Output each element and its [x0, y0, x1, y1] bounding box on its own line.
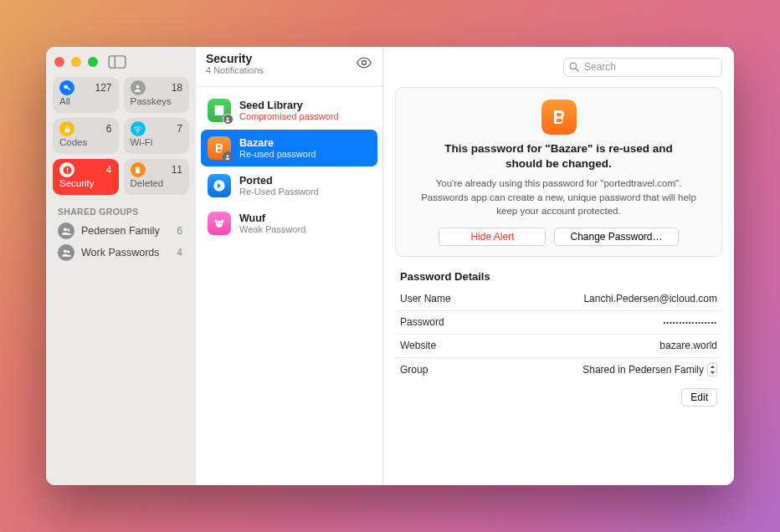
group-stepper[interactable] — [707, 363, 717, 376]
shared-groups-header: SHARED GROUPS — [46, 195, 196, 220]
detail-toolbar — [383, 47, 734, 87]
shared-group-pedersen[interactable]: Pedersen Family 6 — [46, 220, 196, 242]
search-field[interactable] — [563, 58, 722, 77]
row-password[interactable]: Password ••••••••••••••••• — [395, 311, 722, 335]
titlebar — [46, 47, 196, 77]
list-subtitle: 4 Notifications — [206, 65, 264, 75]
category-count: 4 — [106, 164, 112, 176]
value: Shared in Pedersen Family — [582, 364, 704, 376]
value: ••••••••••••••••• — [663, 319, 717, 326]
search-input[interactable] — [563, 58, 722, 77]
app-icon — [208, 212, 231, 235]
item-title: Wuuf — [239, 212, 305, 224]
group-label: Work Passwords — [81, 247, 160, 258]
category-count: 7 — [177, 123, 182, 135]
label: Password — [400, 316, 444, 328]
svg-point-25 — [222, 219, 224, 223]
svg-rect-0 — [109, 56, 126, 68]
svg-point-4 — [136, 84, 140, 88]
svg-point-9 — [66, 171, 68, 173]
category-count: 11 — [172, 164, 182, 176]
svg-point-22 — [218, 223, 219, 224]
change-password-button[interactable]: Change Password… — [554, 228, 678, 246]
category-label: Deleted — [131, 178, 183, 188]
value: Lanchi.Pedersen@icloud.com — [583, 293, 717, 304]
list-header: Security 4 Notifications — [196, 47, 382, 87]
shared-badge-icon — [223, 114, 233, 125]
item-subtitle: Weak Password — [239, 224, 305, 234]
app-icon — [208, 99, 231, 122]
item-subtitle: Re-used password — [239, 149, 316, 159]
svg-point-16 — [67, 250, 69, 253]
edit-button[interactable]: Edit — [681, 388, 717, 407]
svg-rect-10 — [136, 168, 140, 173]
category-passkeys[interactable]: 18 Passkeys — [124, 77, 190, 113]
app-icon — [208, 136, 231, 160]
list-item-ported[interactable]: PortedRe-Used Password — [201, 167, 377, 204]
app-icon — [208, 174, 231, 197]
category-deleted[interactable]: 11 Deleted — [124, 159, 190, 195]
group-icon — [58, 223, 74, 239]
row-website[interactable]: Website bazare.world — [395, 335, 722, 358]
svg-point-18 — [226, 117, 228, 120]
group-label: Pedersen Family — [81, 225, 160, 237]
exclamation-icon — [59, 162, 74, 177]
shared-group-work[interactable]: Work Passwords 4 — [46, 242, 196, 263]
passwords-window: 127 All 18 Passkeys 6 Codes 7 Wi-Fi 4 Se… — [46, 47, 734, 485]
row-group[interactable]: Group Shared in Pedersen Family — [395, 358, 722, 381]
sidebar: 127 All 18 Passkeys 6 Codes 7 Wi-Fi 4 Se… — [46, 47, 196, 485]
password-details-header: Password Details — [383, 257, 734, 288]
svg-point-19 — [226, 155, 228, 157]
item-title: Seed Library — [239, 100, 339, 111]
alert-title: This password for "Bazare" is re-used an… — [425, 141, 693, 171]
category-label: Security — [59, 178, 112, 188]
chevron-down-icon — [708, 370, 716, 376]
reveal-passwords-button[interactable] — [356, 57, 372, 74]
alert-body: You're already using this password for "… — [417, 176, 701, 217]
category-count: 6 — [106, 123, 112, 135]
svg-rect-8 — [66, 167, 67, 171]
category-all[interactable]: 127 All — [53, 77, 119, 113]
item-title: Ported — [239, 175, 319, 187]
label: User Name — [400, 293, 451, 304]
list-title: Security — [206, 52, 264, 65]
person-key-icon — [131, 80, 146, 95]
svg-point-23 — [220, 223, 222, 224]
category-label: All — [59, 96, 112, 106]
minimize-window-button[interactable] — [71, 57, 81, 67]
category-wifi[interactable]: 7 Wi-Fi — [124, 118, 190, 154]
row-username[interactable]: User Name Lanchi.Pedersen@icloud.com — [395, 288, 722, 311]
security-list-column: Security 4 Notifications Seed LibraryCom… — [196, 47, 383, 485]
traffic-lights — [54, 57, 98, 67]
category-codes[interactable]: 6 Codes — [53, 118, 119, 154]
item-subtitle: Re-Used Password — [239, 187, 319, 197]
svg-point-6 — [137, 131, 138, 132]
list-item-bazare[interactable]: BazareRe-used password — [201, 130, 377, 166]
toggle-sidebar-button[interactable] — [108, 55, 126, 69]
category-label: Codes — [59, 137, 112, 147]
svg-rect-3 — [67, 87, 70, 90]
bazare-app-icon — [541, 100, 577, 135]
value: bazare.world — [659, 340, 717, 351]
svg-point-24 — [215, 219, 218, 223]
category-label: Wi-Fi — [131, 137, 183, 147]
svg-rect-5 — [64, 129, 69, 132]
detail-column: This password for "Bazare" is re-used an… — [383, 47, 734, 485]
svg-point-17 — [362, 61, 367, 65]
category-count: 127 — [95, 82, 111, 94]
zoom-window-button[interactable] — [88, 57, 98, 67]
svg-point-14 — [67, 228, 69, 231]
close-window-button[interactable] — [54, 57, 64, 67]
item-subtitle: Compromised password — [239, 111, 339, 121]
category-security[interactable]: 4 Security — [53, 159, 119, 195]
group-count: 4 — [177, 247, 184, 258]
svg-rect-12 — [136, 166, 138, 167]
svg-point-13 — [63, 228, 66, 231]
hide-alert-button[interactable]: Hide Alert — [439, 228, 546, 246]
list-item-seed-library[interactable]: Seed LibraryCompromised password — [201, 92, 377, 129]
key-icon — [59, 80, 74, 95]
security-list: Seed LibraryCompromised password BazareR… — [196, 87, 382, 247]
shared-badge-icon — [223, 151, 233, 162]
list-item-wuuf[interactable]: WuufWeak Password — [201, 205, 377, 242]
item-title: Bazare — [239, 137, 316, 149]
